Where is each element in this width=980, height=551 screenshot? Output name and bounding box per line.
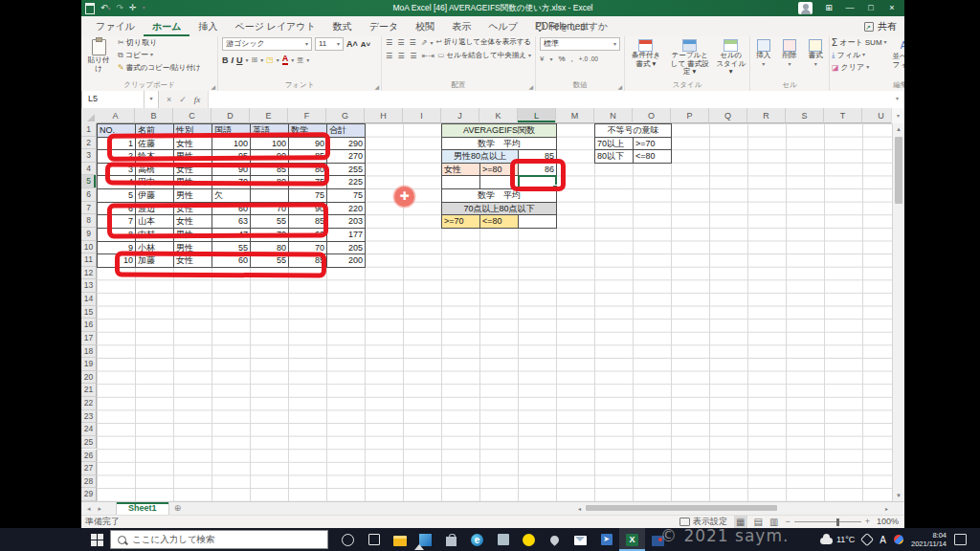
cell-C8[interactable]: 女性 (173, 214, 212, 229)
cell-A2[interactable]: 1 (97, 137, 136, 151)
task-view-taskbar-button[interactable] (361, 528, 387, 551)
worksheet-grid[interactable]: ABCDEFGHIJKLMNOPQRSTU 123456789101112131… (81, 108, 904, 501)
cell-J6[interactable]: 数学 平均 (441, 188, 557, 203)
cell-D5[interactable]: 70 (212, 175, 251, 189)
cell-F1[interactable]: 数学 (288, 123, 327, 138)
cell-C2[interactable]: 女性 (173, 137, 212, 151)
horizontal-scrollbar[interactable]: ◂ ▸ (575, 503, 891, 513)
sheet-prev-icon[interactable]: ◂ (87, 505, 91, 513)
scroll-up-icon[interactable]: ▲ (893, 123, 904, 135)
row-header-23[interactable]: 23 (81, 410, 97, 424)
cell-F8[interactable]: 85 (288, 214, 327, 229)
col-header-A[interactable]: A (97, 108, 135, 123)
weather-widget[interactable]: 11°C (820, 535, 855, 544)
col-header-C[interactable]: C (173, 108, 212, 123)
minimize-button[interactable]: — (839, 0, 860, 16)
cell-D1[interactable]: 国語 (212, 123, 251, 138)
pin-app-taskbar-button[interactable] (542, 528, 568, 551)
wrap-text-button[interactable]: ↩ 折り返して全体を表示する (436, 37, 531, 47)
cell-A11[interactable]: 10 (97, 253, 136, 268)
col-header-N[interactable]: N (594, 108, 633, 123)
insert-cells-button[interactable]: 挿入▾ (750, 36, 776, 68)
row-header-14[interactable]: 14 (81, 293, 97, 306)
tab-8[interactable]: ヘルプ (479, 16, 526, 36)
cell-G5[interactable]: 225 (326, 175, 366, 189)
cell-F9[interactable]: 60 (288, 228, 327, 242)
cell-F3[interactable]: 85 (288, 149, 327, 164)
zoom-slider[interactable]: −+ (785, 516, 870, 528)
font-dialog-launcher-icon[interactable]: ◢ (374, 83, 379, 90)
clear-button[interactable]: ◪クリア▾ (830, 61, 889, 74)
edge-taskbar-button[interactable]: e (464, 528, 490, 551)
horizontal-scroll-thumb[interactable] (586, 505, 777, 511)
cell-K8[interactable]: <=80 (479, 214, 519, 229)
cell-B6[interactable]: 伊藤 (135, 188, 174, 203)
col-header-F[interactable]: F (288, 108, 326, 123)
select-all-corner[interactable] (81, 108, 98, 124)
ribbon-display-options-icon[interactable]: ⊞ (818, 0, 839, 16)
cell-G9[interactable]: 177 (326, 228, 366, 242)
cell-B1[interactable]: 名前 (135, 123, 174, 138)
scroll-top-chevron-icon[interactable]: ▾ (891, 108, 904, 123)
clipboard-dialog-launcher-icon[interactable]: ◢ (211, 83, 215, 90)
cell-J2[interactable]: 数学 平均 (441, 137, 557, 151)
new-sheet-icon[interactable]: ⊕ (169, 502, 187, 516)
cell-A8[interactable]: 7 (97, 214, 136, 229)
cell-C11[interactable]: 女性 (173, 253, 212, 268)
cell-F10[interactable]: 70 (288, 241, 327, 255)
cell-J8[interactable]: >=70 (441, 214, 480, 229)
col-header-D[interactable]: D (212, 108, 250, 123)
scroll-right-icon[interactable]: ▸ (882, 505, 891, 512)
row-header-15[interactable]: 15 (81, 306, 97, 320)
cell-F11[interactable]: 85 (288, 253, 327, 268)
col-header-K[interactable]: K (479, 108, 518, 123)
format-cells-button[interactable]: 書式▾ (803, 36, 829, 68)
paste-button[interactable]: 貼り付け (81, 36, 116, 74)
row-header-7[interactable]: 7 (81, 202, 97, 215)
row-header-17[interactable]: 17 (81, 332, 97, 345)
notes-taskbar-button[interactable] (490, 528, 516, 551)
cell-C5[interactable]: 男性 (173, 175, 212, 189)
tab-1[interactable]: ホーム (144, 16, 189, 36)
fill-button[interactable]: ⤓フィル▾ (830, 49, 889, 61)
align-top-icon[interactable]: ☰ (386, 38, 394, 47)
link-icon[interactable] (860, 533, 874, 546)
cell-E6[interactable] (250, 188, 289, 203)
cell-B3[interactable]: 鈴木 (135, 149, 174, 164)
cell-A7[interactable]: 6 (97, 202, 136, 216)
format-as-table-button[interactable]: テーブルとして 書式設定 ▾ (667, 36, 713, 77)
cell-G3[interactable]: 270 (326, 149, 366, 164)
cell-A9[interactable]: 8 (97, 228, 136, 242)
tab-7[interactable]: 表示 (443, 16, 479, 36)
cell-B5[interactable]: 田中 (135, 175, 174, 189)
zoom-level[interactable]: 100% (877, 516, 899, 528)
cell-O3[interactable]: <=80 (633, 149, 672, 164)
store-taskbar-button[interactable] (438, 528, 464, 551)
decimal-icons[interactable]: +.0 .00 (579, 55, 598, 62)
row-header-28[interactable]: 28 (81, 475, 97, 489)
notification-center-icon[interactable] (954, 534, 967, 545)
cell-G4[interactable]: 255 (326, 163, 366, 177)
cell-G10[interactable]: 205 (326, 241, 366, 255)
cell-D4[interactable]: 90 (212, 163, 251, 177)
row-header-10[interactable]: 10 (81, 241, 97, 254)
tab-0[interactable]: ファイル (87, 16, 144, 36)
align-bottom-icon[interactable]: ☰ (410, 38, 418, 47)
row-header-1[interactable]: 1 (81, 123, 97, 137)
cell-A5[interactable]: 4 (97, 175, 136, 189)
alignment-dialog-launcher-icon[interactable]: ◢ (528, 83, 533, 90)
col-header-Q[interactable]: Q (709, 108, 747, 123)
col-header-I[interactable]: I (403, 108, 441, 123)
cell-J3[interactable]: 男性80点以上 (441, 149, 519, 164)
col-header-G[interactable]: G (326, 108, 365, 123)
cell-E8[interactable]: 55 (250, 214, 289, 229)
cell-D6[interactable]: 欠 (212, 188, 251, 203)
cell-N3[interactable]: 80以下 (594, 149, 634, 164)
cell-E9[interactable]: 70 (250, 228, 289, 242)
scroll-down-icon[interactable]: ▼ (893, 490, 904, 501)
format-painter-button[interactable]: ✎書式のコピー/貼り付け (116, 61, 203, 74)
vertical-scrollbar[interactable]: ▲ ▼ (892, 123, 904, 501)
cell-K4[interactable]: >=80 (479, 163, 519, 177)
cell-B8[interactable]: 山本 (135, 214, 174, 229)
zoom-thumb[interactable] (836, 518, 839, 526)
